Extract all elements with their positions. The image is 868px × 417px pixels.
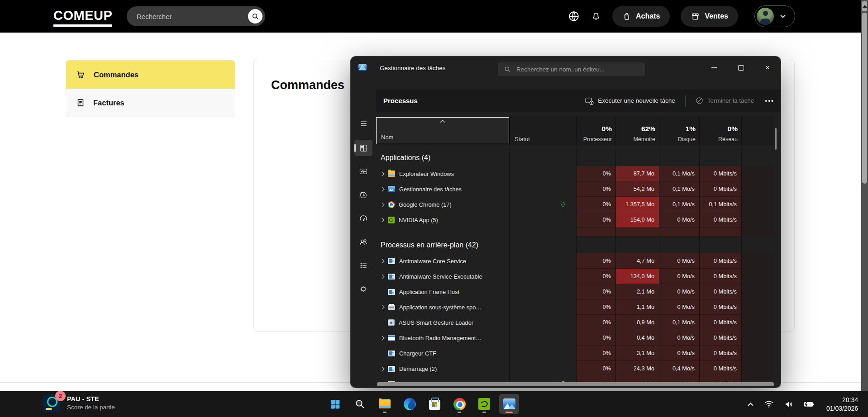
search-icon: [252, 13, 259, 20]
column-header-disk[interactable]: 1% Disque: [659, 116, 699, 146]
scrollbar-thumb[interactable]: [862, 13, 867, 184]
sidebar-item-commandes[interactable]: Commandes: [66, 61, 235, 89]
tab-performance[interactable]: [354, 163, 372, 180]
task-manager-button[interactable]: [499, 394, 519, 414]
taskbar-clock[interactable]: 20:34 01/03/2026: [826, 396, 858, 413]
nvidia-button[interactable]: [474, 394, 494, 414]
tray-chevron-up-icon[interactable]: [747, 402, 754, 407]
expand-chevron-icon[interactable]: [380, 305, 385, 309]
expand-chevron-icon[interactable]: [380, 171, 385, 176]
maximize-button[interactable]: [730, 57, 751, 79]
task-manager-window: Gestionnaire des tâches ×: [351, 57, 781, 388]
disk-total: 1%: [686, 125, 696, 133]
title-bar[interactable]: Gestionnaire des tâches ×: [351, 57, 781, 79]
store-button[interactable]: [424, 394, 444, 414]
process-group-header: Applications (4): [376, 149, 774, 166]
bell-icon[interactable]: [591, 11, 601, 22]
achats-button[interactable]: Achats: [612, 6, 670, 27]
account-menu[interactable]: [754, 5, 795, 27]
tab-users[interactable]: [354, 234, 372, 250]
taskman-vertical-scrollbar[interactable]: [775, 128, 777, 150]
page-scrollbar[interactable]: [861, 0, 868, 391]
column-header-cpu[interactable]: 0% Processeur: [576, 116, 615, 146]
column-header-memory[interactable]: 62% Mémoire: [615, 116, 659, 146]
start-button[interactable]: [325, 394, 345, 414]
process-row[interactable]: Application Frame Host0%2,1 Mo0 Mo/s0 Mb…: [376, 284, 774, 299]
file-explorer-button[interactable]: [375, 394, 395, 414]
close-button[interactable]: ×: [757, 57, 778, 79]
process-row[interactable]: Bluetooth Radio Management…0%0,4 Mo0 Mo/…: [376, 330, 774, 346]
battery-charging-icon[interactable]: [804, 401, 815, 408]
run-new-task-button[interactable]: Exécuter une nouvelle tâche: [581, 94, 678, 108]
taskman-horizontal-scrollbar[interactable]: [377, 382, 774, 386]
expand-chevron-icon[interactable]: [380, 274, 385, 279]
tab-processes[interactable]: [354, 140, 372, 156]
process-name: Google Chrome (17): [399, 201, 452, 208]
chrome-button[interactable]: [449, 394, 469, 414]
net-value: 0 Mbits/s: [699, 269, 741, 284]
process-row[interactable]: NVIDIA App (5)0%154,0 Mo0 Mo/s0 Mbits/s: [376, 212, 774, 227]
process-row[interactable]: Application sous-système spo…0%1,1 Mo0 M…: [376, 299, 774, 315]
comeup-logo[interactable]: COMEUP: [53, 8, 112, 27]
disk-value: 0,4 Mo/s: [659, 361, 699, 376]
process-row[interactable]: Gestionnaire des tâches0%54,2 Mo0,1 Mo/s…: [376, 181, 774, 197]
ventes-button[interactable]: Ventes: [681, 6, 738, 27]
process-name: NVIDIA App (5): [399, 217, 438, 223]
scroll-up-button[interactable]: [862, 1, 867, 11]
end-task-button[interactable]: Terminer la tâche: [692, 94, 758, 107]
column-label: Mémoire: [633, 136, 655, 142]
expand-chevron-icon[interactable]: [380, 336, 385, 340]
taskman-search[interactable]: [498, 62, 645, 76]
taskbar-search-button[interactable]: [350, 394, 370, 414]
mem-value: 154,0 Mo: [615, 212, 659, 227]
notification-title: PAU - STE: [67, 395, 115, 403]
expand-chevron-icon[interactable]: [380, 218, 385, 222]
mem-value: 0,4 Mo: [615, 330, 659, 346]
wifi-icon[interactable]: [764, 400, 774, 408]
site-search-input[interactable]: [127, 13, 248, 20]
cart-icon: [76, 70, 86, 80]
notification-subtitle: Score de la partie: [67, 404, 115, 411]
taskman-rail: [351, 79, 376, 388]
expand-chevron-icon[interactable]: [380, 187, 385, 191]
column-header-nom[interactable]: Nom: [376, 117, 509, 144]
taskbar-notification[interactable]: 2 PAU - STE Score de la partie: [43, 394, 115, 412]
expand-chevron-icon[interactable]: [380, 259, 385, 263]
sidebar-item-factures[interactable]: Factures: [66, 89, 235, 117]
process-row[interactable]: Google Chrome (17)0%1 357,5 Mo0,1 Mo/s0,…: [376, 197, 774, 212]
tab-startup-apps[interactable]: [354, 210, 372, 227]
cpu-value: 0%: [576, 253, 615, 269]
minimize-button[interactable]: [704, 57, 725, 79]
taskman-search-input[interactable]: [516, 66, 645, 73]
mem-value: 4,7 Mo: [615, 253, 659, 269]
tab-details[interactable]: [354, 257, 372, 274]
more-options-button[interactable]: •••: [765, 97, 774, 104]
tab-app-history[interactable]: [354, 187, 372, 203]
asus-icon: [388, 319, 395, 326]
tab-services[interactable]: [354, 281, 372, 297]
running-indicator: [458, 412, 461, 413]
process-row[interactable]: Explorateur Windows0%87,7 Mo0,1 Mo/s0 Mb…: [376, 166, 774, 181]
running-indicator: [383, 412, 386, 413]
process-row[interactable]: Antimalware Service Executable0%134,0 Mo…: [376, 269, 774, 284]
process-row[interactable]: Hôte de l'expérience Wind…0%1,4 Mo0 Mo/s…: [376, 376, 774, 383]
expand-chevron-icon[interactable]: [380, 202, 385, 207]
process-row[interactable]: ASUS Smart Gesture Loader0%0,9 Mo0,1 Mo/…: [376, 315, 774, 330]
column-header-network[interactable]: 0% Réseau: [699, 116, 741, 146]
process-name: Application Frame Host: [399, 289, 459, 295]
expand-chevron-icon[interactable]: [380, 366, 385, 371]
volume-icon[interactable]: [784, 400, 794, 409]
process-row[interactable]: Démarrage (2)0%24,3 Mo0,4 Mo/s0 Mbits/s: [376, 361, 774, 376]
search-button[interactable]: [248, 9, 262, 24]
net-value: 0 Mbits/s: [699, 330, 741, 346]
column-header-statut[interactable]: Statut: [515, 136, 530, 142]
menu-icon[interactable]: [354, 115, 372, 132]
mem-value: 1 357,5 Mo: [615, 197, 659, 212]
globe-icon[interactable]: [568, 10, 580, 22]
site-search[interactable]: [127, 6, 265, 26]
cpu-value: 0%: [576, 346, 615, 361]
printer-icon: [388, 305, 395, 310]
process-row[interactable]: Chargeur CTF0%3,1 Mo0 Mo/s0 Mbits/s: [376, 346, 774, 361]
process-row[interactable]: Antimalware Core Service0%4,7 Mo0 Mo/s0 …: [376, 253, 774, 269]
edge-button[interactable]: [400, 394, 420, 414]
